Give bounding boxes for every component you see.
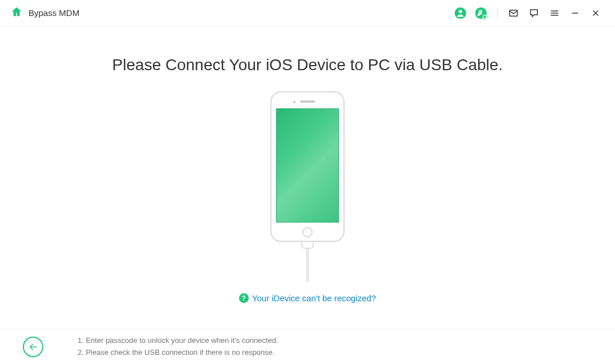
close-button[interactable] — [586, 4, 605, 22]
feedback-icon[interactable] — [525, 4, 543, 22]
footer-tip-2: 2. Please check the USB connection if th… — [78, 347, 278, 359]
footer: 1. Enter passcode to unlock your device … — [0, 329, 615, 364]
back-button[interactable] — [23, 337, 43, 357]
minimize-button[interactable] — [566, 4, 584, 22]
phone-home-button — [302, 227, 313, 237]
footer-tip-1: 1. Enter passcode to unlock your device … — [78, 335, 278, 347]
question-icon: ? — [239, 293, 249, 303]
header-right — [451, 4, 605, 22]
account-icon[interactable] — [451, 4, 470, 22]
phone-connector — [301, 241, 314, 249]
usb-cable — [306, 249, 309, 282]
phone-screen — [276, 108, 339, 223]
menu-icon[interactable] — [545, 4, 564, 22]
help-link-text: Your iDevice can't be recogized? — [252, 293, 376, 303]
main-content: Please Connect Your iOS Device to PC via… — [0, 26, 615, 329]
device-illustration — [270, 91, 345, 282]
header-left: Bypass MDM — [10, 6, 79, 21]
phone-outline — [270, 91, 345, 242]
help-link[interactable]: ? Your iDevice can't be recogized? — [239, 293, 376, 303]
header-separator — [497, 8, 497, 18]
mail-icon[interactable] — [504, 4, 523, 22]
app-header: Bypass MDM — [0, 0, 615, 26]
phone-speaker — [300, 100, 315, 103]
page-heading: Please Connect Your iOS Device to PC via… — [112, 56, 503, 74]
home-icon[interactable] — [10, 6, 23, 21]
music-manage-icon[interactable] — [472, 4, 490, 22]
footer-tips: 1. Enter passcode to unlock your device … — [78, 335, 278, 359]
phone-camera-dot — [293, 101, 296, 103]
app-title: Bypass MDM — [29, 8, 79, 18]
svg-point-1 — [459, 10, 462, 13]
